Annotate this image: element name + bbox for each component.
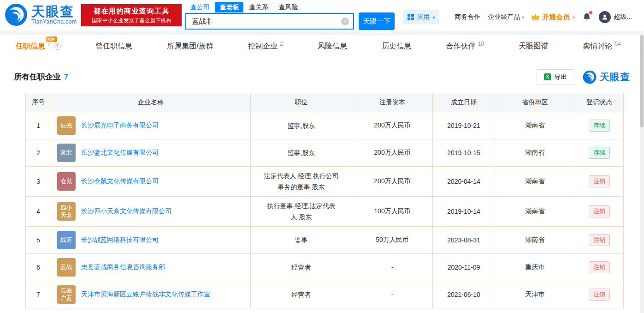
brand-logo[interactable]: 天眼查 TianYanCha.com (5, 3, 77, 26)
table-row: 6 蓝战 忠县蓝战商务信息咨询服务部 经营者 - 2020-11-09 (26, 254, 624, 281)
company-inner: 云账户蓝 天津市滨海新区云账户蓝战非文化传媒工作室 (57, 285, 246, 304)
page: 天眼查 TianYanCha.com 都在用的商业查询工具 国家中小企业发展子基… (0, 0, 644, 313)
company-link[interactable]: 忠县蓝战商务信息咨询服务部 (81, 263, 165, 271)
caret-down-icon: ▾ (573, 15, 575, 20)
export-button[interactable]: X 导出 (537, 69, 574, 84)
search-tab[interactable]: 查公司 (185, 2, 214, 12)
region-cell: 湖南省 (495, 139, 575, 167)
nav-tab[interactable]: 历史信息 (380, 35, 416, 58)
status-cell: 注销 (575, 227, 624, 254)
vip-label: 开通会员 (542, 13, 570, 22)
scroll-thumb[interactable] (640, 35, 644, 127)
status-badge: 存续 (589, 147, 610, 159)
table-row: 2 蓝北 长沙蓝北文化传媒有限公司 监事,股东 200万人民币 2019-10- (26, 139, 624, 167)
table-row: 5 战蓝 长沙战蓝网络科技有限公司 监事 50万人民币 2023-08-31 (26, 227, 624, 254)
column-header: 职位 (251, 93, 352, 112)
company-link[interactable]: 长沙蓝北文化传媒有限公司 (81, 149, 159, 157)
clear-icon[interactable]: × (341, 18, 349, 25)
apps-menu[interactable]: 应用 ▾ (403, 10, 439, 24)
region-cell: 湖南省 (495, 112, 575, 139)
position-cell: 经营者 (251, 281, 352, 308)
nav-tab[interactable]: 曾任职信息 (94, 35, 137, 58)
capital-cell: - (352, 281, 433, 308)
company-avatar: 云账户蓝 (57, 285, 76, 304)
company-inner: 战蓝 长沙战蓝网络科技有限公司 (57, 231, 246, 249)
company-cell: 云账户蓝 天津市滨海新区云账户蓝战非文化传媒工作室 (51, 281, 251, 308)
company-inner: 辰光 长沙辰光电子商务有限公司 (57, 116, 246, 135)
status-badge: 注销 (589, 234, 610, 246)
upgrade-vip-link[interactable]: 开通会员 ▾ (532, 13, 575, 22)
avatar-text: 蓝战 (60, 264, 73, 271)
nav-tab-label: 曾任职信息 (95, 42, 132, 51)
search-tab[interactable]: 查老板 (215, 2, 243, 12)
position-cell: 执行董事,经理,法定代表人,股东 (251, 197, 352, 227)
company-cell: 蓝北 长沙蓝北文化传媒有限公司 (51, 139, 251, 167)
nav-tab-label: 舆情讨论 (583, 42, 613, 51)
company-link[interactable]: 长沙战蓝网络科技有限公司 (81, 236, 159, 244)
banner-line2: 国家中小企业发展子基金旗下机构 (92, 17, 171, 24)
nav-tab-count: 2 (280, 41, 283, 47)
nav-tab-label: 风险信息 (318, 42, 347, 51)
nav-tab[interactable]: 合作伙伴 10 (444, 35, 489, 58)
nav-tab[interactable]: 任职信息 7 VIP ? (14, 35, 65, 58)
company-inner: 蓝北 长沙蓝北文化传媒有限公司 (57, 144, 246, 162)
coop-label: 商务合作 (455, 13, 480, 21)
section-title: 所有任职企业 (14, 72, 61, 82)
status-badge: 注销 (589, 205, 610, 217)
avatar-text: 蓝北 (60, 149, 73, 156)
search-tab[interactable]: 查风险 (274, 2, 302, 12)
watermark-text: 天眼查 (600, 71, 630, 84)
nav-tab[interactable]: 舆情讨论 54 (581, 35, 626, 58)
company-avatar: 战蓝 (57, 231, 76, 249)
nav-tab[interactable]: 控制企业 2 (246, 35, 288, 58)
column-header: 成立日期 (433, 93, 495, 112)
brand-name: 天眼查 (31, 5, 77, 18)
tianyancha-swirl-icon (5, 3, 28, 26)
company-table-body: 1 辰光 长沙辰光电子商务有限公司 监事,股东 200万人民币 2019-10- (26, 112, 624, 308)
nav-enterprise-products[interactable]: 企业级产品 ▾ (488, 13, 524, 21)
search-input[interactable] (192, 18, 341, 25)
table-header: 序号 企业名称 职位 注册资本 成立日期 省份地区 登记状态 (26, 93, 624, 112)
company-link[interactable]: 天津市滨海新区云账户蓝战非文化传媒工作室 (81, 290, 210, 299)
nav-tab-label: 控制企业 (248, 42, 278, 51)
enterprise-label: 企业级产品 (488, 13, 520, 21)
search-button[interactable]: 天眼一下 (359, 12, 395, 30)
position-cell: 法定代表人,经理,执行公司事务的董事,股东 (251, 167, 352, 197)
section-count: 7 (64, 73, 68, 81)
avatar-text: 仓鼠 (60, 178, 73, 185)
company-avatar: 仓鼠 (57, 172, 76, 191)
profile-tab-bar: 任职信息 7 VIP ? 曾任职信息 所属集团/族群 控制企业 2 (0, 35, 644, 58)
crown-icon (532, 14, 539, 20)
nav-tab-count: 54 (615, 41, 621, 47)
company-inner: 蓝战 忠县蓝战商务信息咨询服务部 (57, 258, 246, 277)
date-cell: 2021-06-10 (433, 281, 495, 308)
company-inner: 仓鼠 长沙仓鼠文化传媒有限公司 (57, 172, 246, 191)
caret-down-icon: ▾ (522, 15, 524, 20)
user-menu[interactable]: 超级... (599, 11, 632, 23)
position-cell: 监事,股东 (251, 139, 352, 167)
company-link[interactable]: 长沙辰光电子商务有限公司 (81, 121, 159, 130)
row-index: 6 (26, 254, 51, 281)
column-header: 企业名称 (51, 93, 251, 112)
scrollbar (640, 34, 644, 313)
nav-tab[interactable]: 风险信息 (316, 35, 352, 58)
nav-tab[interactable]: 天眼图谱 (517, 35, 553, 58)
nav-tab[interactable]: 所属集团/族群 (165, 35, 218, 58)
company-avatar: 蓝战 (57, 258, 76, 277)
search-tab[interactable]: 查关系 (244, 2, 273, 12)
help-icon[interactable]: ? (54, 43, 61, 50)
page-gap (0, 30, 644, 35)
company-link[interactable]: 长沙仓鼠文化传媒有限公司 (81, 177, 159, 186)
avatar-text: 辰光 (60, 122, 73, 129)
caret-down-icon: ▾ (432, 15, 435, 20)
nav-business-cooperation[interactable]: 商务合作 (455, 13, 480, 21)
banner-line1: 都在用的商业查询工具 (94, 7, 170, 16)
region-cell: 湖南省 (495, 197, 575, 227)
status-cell: 存续 (575, 112, 624, 139)
nav-tab-label: 历史信息 (382, 42, 411, 51)
search-tabs: 查公司 查老板 查关系 查风险 (185, 2, 395, 12)
search-box: × (185, 13, 354, 30)
company-link[interactable]: 长沙四小天盒文化传媒有限公司 (81, 207, 171, 216)
notification-bell[interactable] (582, 12, 591, 22)
date-cell: 2020-11-09 (433, 254, 495, 281)
